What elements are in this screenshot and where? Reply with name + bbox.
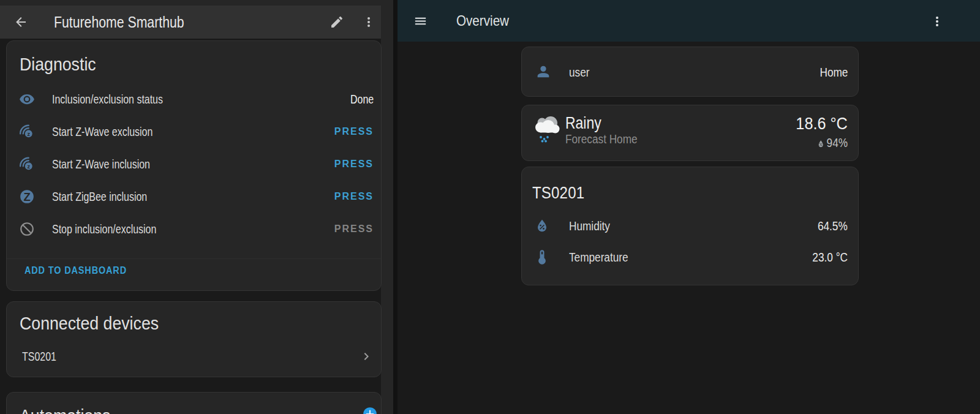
press-button[interactable]: PRESS: [334, 119, 374, 144]
row-label: Temperature: [569, 245, 628, 269]
automations-title: Automations: [20, 405, 110, 414]
connected-devices-title: Connected devices: [20, 312, 159, 334]
row-inclusion-exclusion-status: Inclusion/exclusion status Done: [7, 87, 381, 111]
thermometer-icon: [533, 249, 551, 266]
zigbee-icon: Z: [19, 189, 35, 205]
person-icon: [535, 63, 552, 80]
card-divider: [7, 258, 381, 259]
device-name: TS0201: [22, 344, 56, 369]
user-card[interactable]: user Home: [521, 47, 859, 97]
menu-icon[interactable]: [413, 14, 428, 28]
edit-pencil-icon[interactable]: [330, 15, 344, 29]
diagnostic-card: Diagnostic Inclusion/exclusion status Do…: [6, 40, 382, 291]
weather-humidity-value: 94%: [827, 136, 848, 149]
cancel-icon: [19, 221, 35, 237]
row-value: Done: [350, 87, 374, 111]
weather-card[interactable]: Rainy Forecast Home 18.6 °C 94%: [521, 105, 859, 161]
row-stop-inclusion-exclusion: Stop inclusion/exclusion PRESS: [7, 217, 381, 241]
eye-icon: [19, 91, 35, 107]
weather-temperature: 18.6 °C: [796, 114, 848, 134]
row-label: Stop inclusion/exclusion: [52, 217, 156, 241]
svg-text:z: z: [27, 164, 30, 170]
cloud-rain-icon: [533, 114, 562, 143]
user-entity-state: Home: [820, 47, 848, 97]
row-start-zwave-inclusion: z Start Z-Wave inclusion PRESS: [7, 152, 381, 176]
device-entities-card: TS0201 Humidity 64.5% Temperature 23.0 °…: [521, 167, 859, 285]
svg-text:Z: Z: [23, 190, 30, 203]
row-start-zigbee-inclusion: Z Start ZigBee inclusion PRESS: [7, 184, 381, 209]
panel-divider: [393, 0, 398, 414]
water-percent-icon: [533, 217, 551, 235]
row-humidity[interactable]: Humidity 64.5%: [522, 214, 858, 238]
row-label: Start Z-Wave inclusion: [52, 152, 150, 176]
overview-title: Overview: [456, 0, 509, 42]
left-scroll-gutter: [381, 0, 393, 414]
z-wave-icon: z: [19, 124, 35, 140]
device-page-appbar: Futurehome Smarthub: [0, 6, 381, 39]
row-label: Start ZigBee inclusion: [52, 184, 147, 209]
device-card-title: TS0201: [532, 182, 584, 204]
automations-card: Automations: [6, 392, 382, 414]
press-button-disabled: PRESS: [334, 217, 374, 241]
chevron-right-icon: [359, 349, 374, 364]
water-percent-icon: [816, 139, 825, 149]
back-arrow-icon[interactable]: [13, 15, 28, 29]
row-value: 64.5%: [818, 214, 848, 238]
row-start-zwave-exclusion: z Start Z-Wave exclusion PRESS: [7, 119, 381, 144]
svg-text:z: z: [27, 131, 30, 137]
weather-state: Rainy: [565, 113, 601, 133]
weather-humidity: 94%: [816, 137, 848, 149]
row-temperature[interactable]: Temperature 23.0 °C: [522, 245, 858, 269]
screen: Futurehome Smarthub Diagnostic Inclusion…: [0, 0, 980, 414]
row-label: Inclusion/exclusion status: [52, 87, 163, 111]
add-to-dashboard-button[interactable]: ADD TO DASHBOARD: [24, 266, 127, 276]
left-panel: Futurehome Smarthub Diagnostic Inclusion…: [0, 0, 393, 414]
row-label: Start Z-Wave exclusion: [52, 119, 153, 144]
overflow-menu-icon[interactable]: [361, 15, 376, 29]
connected-devices-card: Connected devices TS0201: [6, 301, 382, 377]
right-panel: Overview user Home: [398, 0, 980, 414]
row-label: Humidity: [569, 214, 610, 238]
z-wave-icon: z: [19, 156, 35, 172]
diagnostic-card-title: Diagnostic: [20, 53, 96, 75]
device-page-title: Futurehome Smarthub: [54, 6, 184, 39]
user-entity-label: user: [569, 47, 589, 97]
overflow-menu-icon[interactable]: [930, 14, 944, 29]
row-value: 23.0 °C: [812, 245, 848, 269]
press-button[interactable]: PRESS: [334, 152, 374, 176]
press-button[interactable]: PRESS: [334, 184, 374, 209]
weather-subtitle: Forecast Home: [565, 132, 638, 146]
overview-header: Overview: [398, 0, 980, 42]
device-list-item[interactable]: TS0201: [7, 344, 381, 369]
add-automation-icon[interactable]: [362, 406, 378, 414]
status-bar-strip: [0, 0, 393, 6]
